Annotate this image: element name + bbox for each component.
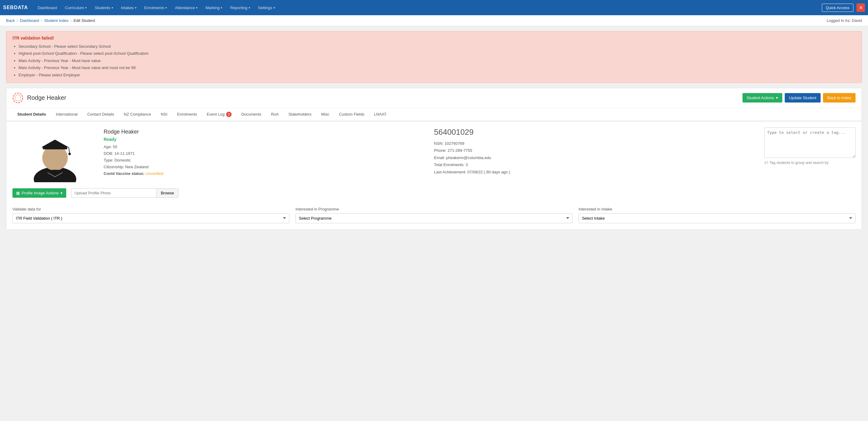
validate-select[interactable]: ITR Field Validation ( ITR ) <box>12 213 289 223</box>
nav-curriculum[interactable]: Curriculum ▾ <box>61 3 91 12</box>
student-citizenship: Citizenship: New Zealand <box>104 164 428 170</box>
student-nsn: NSN: 102760769 <box>434 140 758 147</box>
chevron-down-icon: ▾ <box>135 6 136 9</box>
chevron-down-icon: ▾ <box>60 191 63 195</box>
student-logo-icon <box>12 92 23 104</box>
logged-in-label: Logged In As: David <box>827 18 862 23</box>
tab-content-student-details: Rodge Heaker Ready Age: 50 DOB: 14-11-19… <box>6 121 862 229</box>
svg-point-1 <box>15 95 21 101</box>
nav-attendance[interactable]: Attendance ▾ <box>171 3 201 12</box>
nav-reporting[interactable]: Reporting ▾ <box>226 3 253 12</box>
nav-items: Dashboard Curriculum ▾ Students ▾ Intake… <box>34 3 822 12</box>
chevron-down-icon: ▾ <box>221 6 222 9</box>
breadcrumb-back-link[interactable]: Back <box>6 18 15 23</box>
tags-input[interactable] <box>764 128 856 158</box>
student-phone: Phone: 271-289-7755 <box>434 147 758 154</box>
covid-label: Covid Vaccine status: <box>104 171 144 176</box>
alert-list: Secondary School - Please select Seconda… <box>12 43 856 79</box>
student-actions-button[interactable]: Student Actions ▾ <box>742 93 782 103</box>
student-enrolments: Total Enrolments: 3 <box>434 161 758 168</box>
alert-item-1: Secondary School - Please select Seconda… <box>19 43 856 50</box>
nav-dashboard[interactable]: Dashboard <box>34 3 61 12</box>
tab-nz-compliance[interactable]: NZ Compliance <box>119 108 156 121</box>
chevron-down-icon: ▾ <box>165 6 167 9</box>
event-log-badge: 3 <box>226 112 231 117</box>
graduation-avatar-icon <box>25 128 85 182</box>
student-status: Ready <box>104 137 428 142</box>
tab-nsi[interactable]: NSI <box>156 108 172 121</box>
nav-marking[interactable]: Marking ▾ <box>202 3 226 12</box>
alert-item-5: Employer - Please select Employer <box>19 72 856 79</box>
tab-roa[interactable]: RoA <box>266 108 284 121</box>
validate-data-group: Validate data for ITR Field Validation (… <box>12 207 289 223</box>
back-to-index-button[interactable]: Back to Index <box>823 93 856 103</box>
student-dob: DOB: 14-11-1971 <box>104 150 428 157</box>
nav-intakes[interactable]: Intakes ▾ <box>117 3 140 12</box>
student-details-grid: Rodge Heaker Ready Age: 50 DOB: 14-11-19… <box>12 128 856 182</box>
upload-row: Browse <box>71 188 178 198</box>
alert-title: ITR validation failed! <box>12 36 856 40</box>
profile-image-actions-button[interactable]: ▦ Profile Image Actions ▾ <box>12 188 66 198</box>
chevron-down-icon: ▾ <box>196 6 197 9</box>
tab-custom-fields[interactable]: Custom Fields <box>334 108 369 121</box>
brand: SEBDATA <box>3 5 28 10</box>
breadcrumb-sep-2: › <box>41 18 42 23</box>
student-type: Type: Domestic <box>104 157 428 164</box>
nav-enrolments[interactable]: Enrolments ▾ <box>141 3 171 12</box>
covid-value: Unverified <box>146 171 163 176</box>
tab-international[interactable]: International <box>51 108 83 121</box>
student-card-header: Rodge Heaker Student Actions ▾ Update St… <box>6 88 862 108</box>
alert-item-2: Highest post-School Qualification - Plea… <box>19 50 856 57</box>
nav-settings[interactable]: Settings ▾ <box>254 3 279 12</box>
tab-stakeholders[interactable]: Stakeholders <box>284 108 316 121</box>
update-student-button[interactable]: Update Student <box>785 93 820 103</box>
chevron-down-icon: ▾ <box>112 6 113 9</box>
close-button[interactable]: ✕ <box>857 3 865 12</box>
svg-point-0 <box>13 93 23 103</box>
profile-info: Rodge Heaker Ready Age: 50 DOB: 14-11-19… <box>104 129 428 182</box>
programme-group: Interested in Programme Select Programme <box>296 207 572 223</box>
student-last-achievement: Last Achievement: 07/08/22 ( 80 days ago… <box>434 169 758 175</box>
programme-select[interactable]: Select Programme <box>296 213 572 223</box>
tab-student-details[interactable]: Student Details <box>12 108 51 121</box>
alert-banner: ITR validation failed! Secondary School … <box>6 31 862 83</box>
browse-button[interactable]: Browse <box>156 188 178 198</box>
student-id-details: NSN: 102760769 Phone: 271-289-7755 Email… <box>434 140 758 175</box>
student-name-header: Rodge Heaker <box>12 92 66 104</box>
svg-point-7 <box>68 153 71 155</box>
alert-item-3: Main Activity - Previous Year - Must hav… <box>19 57 856 64</box>
nav-students[interactable]: Students ▾ <box>91 3 116 12</box>
student-covid: Covid Vaccine status: Unverified <box>104 170 428 177</box>
tab-contact-details[interactable]: Contact Details <box>82 108 119 121</box>
student-email: Email: pheakerm@columbia.edu <box>434 154 758 161</box>
breadcrumb-sep-3: › <box>70 18 71 23</box>
image-icon: ▦ <box>16 191 20 195</box>
breadcrumb-dashboard-link[interactable]: Dashboard <box>20 18 39 23</box>
intake-group: Interested in Intake Select Intake <box>579 207 856 223</box>
header-actions: Student Actions ▾ Update Student Back to… <box>742 93 856 103</box>
programme-label: Interested in Programme <box>296 207 572 212</box>
student-id-number: 564001029 <box>434 128 758 137</box>
student-name: Rodge Heaker <box>27 94 66 101</box>
breadcrumb-student-index-link[interactable]: Student Index <box>44 18 68 23</box>
breadcrumb-current: Edit Student <box>73 18 95 23</box>
breadcrumb-bar: Back › Dashboard › Student Index › Edit … <box>0 15 868 26</box>
upload-profile-photo-input[interactable] <box>71 188 156 198</box>
tab-misc[interactable]: Misc <box>316 108 334 121</box>
student-id-area: 564001029 NSN: 102760769 Phone: 271-289-… <box>434 128 758 182</box>
validate-section: Validate data for ITR Field Validation (… <box>12 207 856 223</box>
tabs-bar: Student Details International Contact De… <box>6 108 862 121</box>
quick-access-button[interactable]: Quick Access <box>822 4 854 12</box>
intake-select[interactable]: Select Intake <box>579 213 856 223</box>
tag-icon: 🏷 <box>764 161 768 165</box>
profile-student-name: Rodge Heaker <box>104 129 428 135</box>
breadcrumb: Back › Dashboard › Student Index › Edit … <box>6 18 95 23</box>
navbar: SEBDATA Dashboard Curriculum ▾ Students … <box>0 0 868 15</box>
tab-lnaat[interactable]: LNAAT <box>369 108 392 121</box>
tab-documents[interactable]: Documents <box>237 108 266 121</box>
tab-enrolments[interactable]: Enrolments <box>172 108 202 121</box>
intake-label: Interested in Intake <box>579 207 856 212</box>
student-age: Age: 50 <box>104 144 428 150</box>
tab-event-log[interactable]: Event Log 3 <box>202 108 237 121</box>
profile-upload-row: ▦ Profile Image Actions ▾ Browse <box>12 188 856 198</box>
